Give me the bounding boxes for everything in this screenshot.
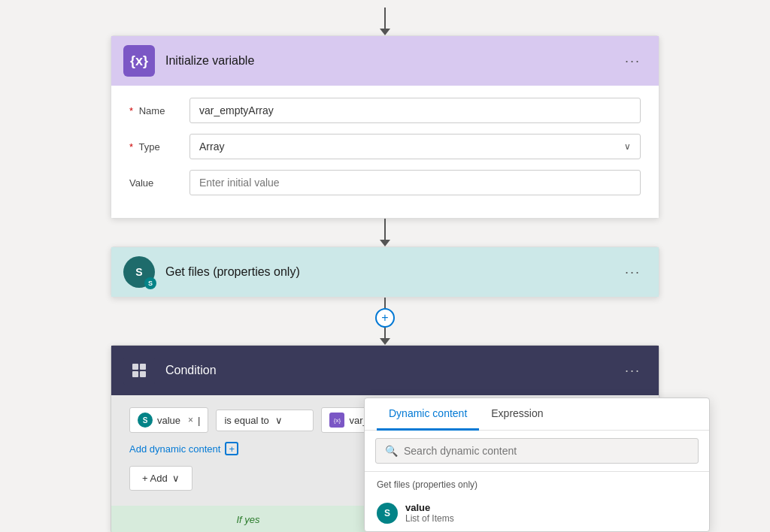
name-field-row: * Name (129, 98, 641, 123)
popup-tabs: Dynamic content Expression (365, 398, 709, 431)
dynamic-content-popup: Dynamic content Expression 🔍 Get files (… (364, 397, 710, 532)
svg-rect-0 (132, 364, 138, 370)
type-select-chevron-icon: ∨ (624, 141, 631, 152)
condition-more-button[interactable]: ··· (619, 360, 647, 382)
init-var-more-button[interactable]: ··· (619, 50, 647, 72)
value-field-row: Value (129, 170, 641, 195)
value-token-label: value (157, 415, 180, 426)
var-token-icon: {x} (329, 413, 344, 428)
init-var-title: Initialize variable (165, 54, 608, 68)
popup-section-label: Get files (properties only) (365, 472, 709, 494)
get-files-card: S S Get files (properties only) ··· (111, 246, 659, 298)
add-dynamic-link[interactable]: Add dynamic content (129, 443, 220, 455)
add-dynamic-icon-button[interactable]: + (225, 442, 238, 455)
get-files-icon: S S (123, 256, 155, 288)
condition-yes-branch: If yes (111, 506, 385, 532)
operator-chevron-icon: ∨ (275, 415, 283, 426)
sharepoint-badge: S (144, 277, 156, 289)
init-var-header: {x} Initialize variable ··· (111, 36, 659, 86)
type-label: * Type (129, 141, 189, 153)
type-required-star: * (129, 141, 133, 153)
initialize-variable-card: {x} Initialize variable ··· * Name * Typ… (111, 35, 659, 219)
add-button[interactable]: + Add ∨ (129, 466, 192, 491)
init-var-icon: {x} (123, 45, 155, 77)
name-label: * Name (129, 105, 189, 116)
plus-connector: + (375, 298, 395, 345)
search-dynamic-input[interactable] (404, 445, 689, 457)
name-required-star: * (129, 105, 133, 116)
svg-rect-2 (132, 371, 138, 377)
condition-icon (123, 355, 155, 386)
tab-expression[interactable]: Expression (479, 398, 555, 431)
svg-rect-1 (140, 364, 146, 370)
popup-item-sub: List of Items (405, 513, 454, 524)
value-token-close-button[interactable]: × (188, 415, 193, 425)
value-token-chip: S value × | (129, 407, 208, 433)
condition-title: Condition (165, 364, 608, 377)
add-button-label: + Add (142, 473, 168, 484)
add-step-button[interactable]: + (375, 308, 395, 328)
svg-rect-3 (140, 371, 146, 377)
search-box: 🔍 (375, 438, 699, 464)
token-cursor: | (198, 415, 200, 426)
type-select[interactable]: Array ∨ (189, 134, 641, 159)
operator-select[interactable]: is equal to ∨ (216, 410, 314, 431)
popup-search-area: 🔍 (365, 431, 709, 472)
popup-item-value[interactable]: S value List of Items (365, 494, 709, 531)
get-files-title: Get files (properties only) (165, 265, 608, 279)
top-connector (380, 8, 390, 35)
value-label: Value (129, 177, 189, 189)
name-input[interactable] (189, 98, 641, 123)
get-files-more-button[interactable]: ··· (619, 261, 647, 283)
condition-header: Condition ··· (111, 346, 659, 395)
type-field-row: * Type Array ∨ (129, 134, 641, 159)
popup-item-name: value (405, 502, 454, 513)
add-chevron-icon: ∨ (172, 473, 180, 484)
popup-item-icon: S (377, 503, 398, 524)
init-var-body: * Name * Type Array ∨ Value (111, 86, 659, 218)
tab-dynamic-content[interactable]: Dynamic content (377, 398, 479, 431)
operator-label: is equal to (224, 415, 268, 426)
search-icon: 🔍 (385, 445, 398, 457)
middle-connector-1 (380, 219, 390, 246)
popup-item-text: value List of Items (405, 502, 454, 524)
value-token-icon: S (138, 413, 153, 428)
value-input[interactable] (189, 170, 641, 195)
get-files-header: S S Get files (properties only) ··· (111, 247, 659, 297)
